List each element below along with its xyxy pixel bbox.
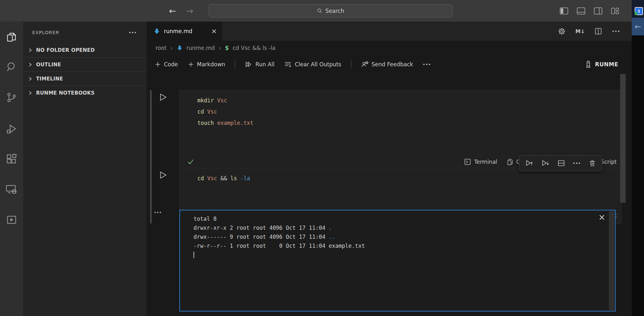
chevron-right-icon: ›	[170, 44, 173, 51]
cell-focus-indicator[interactable]	[150, 168, 152, 224]
run-cell-button[interactable]	[158, 170, 168, 180]
code-line: cd Vsc && ls -la	[197, 173, 621, 184]
close-output-icon[interactable]: ×	[598, 213, 605, 221]
run-cell-button[interactable]	[158, 92, 168, 102]
success-check-icon	[187, 158, 194, 166]
tab-close-icon[interactable]: ×	[211, 28, 217, 35]
command-center-search[interactable]: Search	[209, 4, 452, 17]
runme-notebooks-icon[interactable]	[0, 213, 23, 226]
browser-tab-favicon: 1	[635, 7, 643, 15]
output-more-actions-icon[interactable]: ···	[154, 209, 162, 216]
clear-all-outputs-button[interactable]: Clear All Outputs	[284, 61, 341, 68]
background-window-edge: 1 ←	[632, 0, 644, 316]
notebook-settings-gear-icon[interactable]	[558, 27, 566, 35]
toggle-panel-icon[interactable]	[577, 7, 585, 15]
breadcrumb-root[interactable]: root	[156, 45, 166, 51]
extensions-icon[interactable]	[0, 152, 23, 165]
breadcrumb-cell-command[interactable]: cd Vsc && ls -la	[232, 45, 275, 51]
breadcrumb-file[interactable]: runme.md	[186, 45, 215, 51]
background-window-body	[632, 35, 644, 316]
clear-all-outputs-label: Clear All Outputs	[295, 61, 341, 68]
code-line: drwx------ 9 root root 4096 Oct 17 11:04…	[194, 232, 615, 241]
sidebar-section-label: TIMELINE	[36, 76, 63, 82]
markdown-preview-icon[interactable]: M↓	[575, 28, 585, 34]
toggle-secondary-sidebar-icon[interactable]	[594, 7, 602, 15]
runme-brand: RUNME	[585, 60, 618, 68]
code-line: -rw-r--r-- 1 root root 0 Oct 17 11:04 ex…	[194, 241, 615, 250]
cell-focus-indicator[interactable]	[150, 90, 152, 170]
cell-output-terminal[interactable]: total 8drwxr-xr-x 2 root root 4096 Oct 1…	[179, 210, 616, 311]
chevron-right-icon	[28, 90, 33, 96]
send-feedback-label: Send Feedback	[372, 61, 413, 68]
add-markdown-label: Markdown	[197, 61, 225, 68]
browser-back-arrow-icon: ←	[635, 22, 641, 31]
runme-logo-icon	[585, 60, 592, 68]
terminal-button[interactable]: Terminal	[464, 158, 497, 165]
title-bar: ← → Search	[0, 0, 632, 22]
runme-brand-label: RUNME	[595, 61, 618, 68]
code-line: mkdir Vsc	[197, 95, 621, 106]
terminal-cursor	[194, 252, 194, 258]
sidebar-section-label: OUTLINE	[36, 62, 61, 68]
chevron-right-icon	[28, 48, 33, 53]
run-and-debug-icon[interactable]	[0, 123, 23, 135]
delete-cell-trash-icon[interactable]	[589, 159, 596, 167]
customize-layout-icon[interactable]	[611, 7, 619, 15]
chevron-right-icon: ›	[219, 44, 221, 51]
sidebar-section-outline[interactable]: OUTLINE	[23, 57, 147, 71]
search-icon	[317, 8, 322, 14]
tab-bar: runme.md × M↓ ···	[147, 22, 632, 41]
toolbar-divider	[351, 60, 351, 69]
back-arrow-icon[interactable]: ←	[169, 6, 176, 16]
runme-file-icon	[154, 28, 160, 34]
forward-arrow-icon[interactable]: →	[186, 6, 194, 16]
add-code-label: Code	[164, 61, 178, 68]
tab-label: runme.md	[164, 28, 192, 34]
sidebar-section-no-folder-opened[interactable]: NO FOLDER OPENED	[23, 43, 147, 57]
execute-above-cells-icon[interactable]	[525, 159, 534, 167]
add-markdown-cell-button[interactable]: Markdown	[188, 61, 225, 68]
tab-runme-md[interactable]: runme.md ×	[147, 22, 222, 41]
vscode-window: ← → Search	[0, 0, 644, 316]
toolbar-more-actions-icon[interactable]: ···	[423, 60, 431, 68]
breadcrumb: root › runme.md › $ cd Vsc && ls -la	[147, 41, 632, 55]
split-editor-icon[interactable]	[594, 27, 602, 35]
split-cell-icon[interactable]	[557, 159, 565, 167]
remote-explorer-icon[interactable]	[0, 183, 23, 196]
toggle-primary-sidebar-icon[interactable]	[560, 7, 568, 15]
code-line: total 8	[194, 214, 615, 223]
search-sidebar-icon[interactable]	[0, 60, 23, 73]
explorer-icon[interactable]	[0, 31, 23, 43]
cell-1-code-editor[interactable]: mkdir Vsccd Vsctouch example.txt	[180, 90, 621, 129]
source-control-icon[interactable]	[0, 91, 23, 104]
send-feedback-button[interactable]: Send Feedback	[361, 61, 413, 68]
sidebar-title: EXPLORER	[32, 30, 59, 35]
activity-bar	[0, 22, 23, 316]
code-line: drwxr-xr-x 2 root root 4096 Oct 17 11:04…	[194, 223, 615, 232]
output-scrollbar[interactable]	[609, 211, 614, 310]
sidebar-section-timeline[interactable]: TIMELINE	[23, 71, 147, 86]
editor-area: runme.md × M↓ ··· r	[147, 22, 632, 316]
editor-scrollbar-thumb[interactable]	[620, 74, 626, 203]
chevron-right-icon	[28, 62, 33, 67]
code-line: cd Vsc	[197, 106, 621, 117]
run-all-button[interactable]: Run All	[245, 61, 274, 68]
chevron-right-icon	[28, 76, 33, 81]
breadcrumb-prompt-symbol: $	[225, 45, 229, 51]
sidebar-more-actions-icon[interactable]: ···	[128, 29, 137, 36]
explorer-sidebar: EXPLORER ··· NO FOLDER OPENEDOUTLINETIME…	[23, 22, 147, 316]
sidebar-sections: NO FOLDER OPENEDOUTLINETIMELINERUNME NOT…	[23, 43, 147, 100]
notebook-toolbar: Code Markdown Run All Clear All Outputs	[147, 55, 632, 74]
background-window-toolbar: ←	[632, 18, 644, 35]
cell-more-actions-icon[interactable]: ···	[573, 159, 581, 167]
sidebar-section-label: NO FOLDER OPENED	[36, 47, 95, 53]
run-all-label: Run All	[255, 61, 274, 68]
editor-more-actions-icon[interactable]: ···	[612, 27, 620, 35]
search-label: Search	[325, 8, 344, 14]
toolbar-divider	[235, 60, 235, 69]
background-window-tabstrip: 1	[632, 0, 644, 18]
sidebar-section-runme-notebooks[interactable]: RUNME NOTEBOOKS	[23, 86, 147, 100]
execute-cell-and-below-icon[interactable]	[541, 159, 550, 167]
add-code-cell-button[interactable]: Code	[155, 61, 178, 68]
sidebar-section-label: RUNME NOTEBOOKS	[36, 90, 95, 96]
